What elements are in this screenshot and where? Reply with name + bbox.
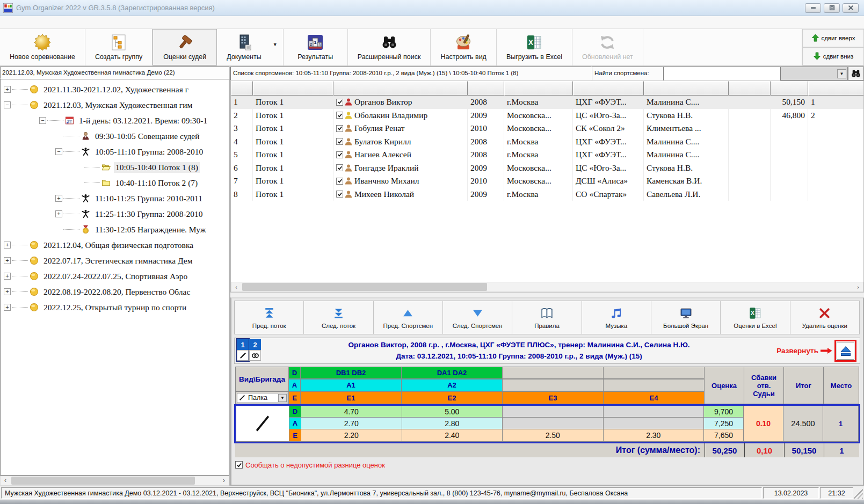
table-row[interactable]: 3 Поток 1 Гобулия Ренат 2010 Московска..… [231,122,863,135]
table-row[interactable]: 5 Поток 1 Нагиев Алексей 2008 г.Москва Ц… [231,148,863,162]
warning-checkbox[interactable] [235,461,243,469]
combo-arrow-icon[interactable]: ▼ [837,69,846,78]
table-row[interactable]: 7 Поток 1 Иванчнко Михаил 2010 Московска… [231,174,863,188]
tree-item[interactable]: 10:40-11:10 Поток 2 (7) [1,175,229,191]
table-row[interactable]: 6 Поток 1 Гонгадзе Ираклий 2009 Московск… [231,162,863,175]
find-athlete-input[interactable] [663,67,780,81]
toolbar-button[interactable]: ▼ Документы [217,29,283,65]
column-header[interactable] [504,81,573,96]
tree-item[interactable]: − 1-й день: 03.12.2021. Время: 09:30-1 [1,113,229,128]
tree-item[interactable]: 11:30-12:05 Награждение. Муж [1,222,229,237]
athlete-checkbox[interactable] [336,178,343,185]
score-value[interactable] [503,418,604,429]
tree-expander[interactable]: + [4,304,11,311]
tree-item[interactable]: − 10:05-11:10 Группа: 2008-2010 [1,144,229,159]
tree-expander[interactable]: + [4,288,11,295]
column-header[interactable] [468,81,504,96]
maximize-button[interactable] [824,3,840,13]
tree-item[interactable]: + 2022.08.19-2022.08.20, Первенство Обла… [1,284,229,300]
table-horizontal-scrollbar[interactable]: ‹ › [231,282,863,292]
tree-expander[interactable]: + [4,86,11,93]
column-header[interactable] [253,81,333,96]
toolbar-button[interactable]: ▼ Настроить вид [431,29,496,65]
athlete-checkbox[interactable] [336,151,343,158]
tree-expander[interactable]: + [4,257,11,264]
shift-button[interactable]: сдвиг вниз [802,47,864,65]
scroll-right-icon[interactable]: › [219,476,229,485]
shift-button[interactable]: сдвиг вверх [802,29,864,47]
dropdown-arrow-icon[interactable]: ▼ [273,42,278,47]
slash-icon[interactable] [237,350,249,361]
minimize-button[interactable] [805,3,821,13]
tree-expander[interactable]: + [4,273,11,280]
panel-button[interactable]: Пред. поток [235,301,304,334]
athlete-checkbox[interactable] [336,99,343,106]
menu-item[interactable] [28,21,40,24]
resize-grip[interactable] [854,487,863,499]
tree-expander[interactable]: + [55,195,62,202]
score-value[interactable]: 2.80 [402,418,503,429]
scroll-left-icon[interactable]: ‹ [1,476,10,485]
tree-item[interactable]: 09:30-10:05 Совещание судей [1,128,229,144]
scroll-left-icon[interactable]: ‹ [231,282,241,291]
scroll-thumb[interactable] [11,477,195,485]
panel-button[interactable]: Пред. Спортсмен [374,301,443,334]
tree-expander[interactable]: + [55,210,62,217]
panel-button[interactable]: След. Спортсмен [443,301,512,334]
toolbar-button[interactable]: 123 ▼ Результаты [284,29,348,65]
panel-button[interactable]: Удалить оценки [790,301,860,334]
athlete-checkbox[interactable] [336,112,343,119]
panel-button[interactable]: Правила [512,301,582,334]
menu-item[interactable] [4,21,16,24]
toolbar-button[interactable]: ▼ Оценки судей [153,29,217,65]
expand-button[interactable] [837,342,854,360]
column-header[interactable] [808,81,863,96]
score-value[interactable]: 4.70 [301,406,402,418]
tree-item[interactable]: + 2021.11.30-2021.12.02, Художественная … [1,82,229,97]
athlete-filter-dropdown[interactable]: ▼ [780,67,848,81]
panel-button[interactable]: X Оценки в Excel [721,301,790,334]
score-value[interactable]: 2.20 [301,429,402,442]
toolbar-button[interactable]: ▼ Расширенный поиск [348,29,431,65]
tree-item[interactable]: + 2022.07.17, Эстетическая гимнастика Де… [1,253,229,268]
apparatus-select[interactable]: Палка ▼ [237,393,287,403]
athlete-checkbox[interactable] [336,138,343,145]
tree-expander[interactable]: − [39,117,46,124]
tree-expander[interactable]: + [4,242,11,249]
toolbar-button[interactable]: ▼ Обновлений нет [572,29,643,65]
score-value[interactable]: 2.40 [402,429,503,442]
scroll-thumb[interactable] [242,283,487,291]
apparatus-tab[interactable]: 1 [237,339,249,361]
athlete-checkbox[interactable] [336,164,343,171]
toolbar-button[interactable]: ▼ Создать группу [85,29,153,65]
menu-item[interactable] [40,21,52,24]
table-row[interactable]: 8 Поток 1 Михеев Николай 2009 г.Москва С… [231,188,863,201]
apparatus-dropdown-icon[interactable]: ▼ [278,394,287,402]
score-value[interactable] [604,418,705,429]
column-header[interactable] [644,81,729,96]
score-value[interactable]: 2.50 [503,429,604,442]
table-row[interactable]: 2 Поток 1 Оболакин Владимир 2009 Московс… [231,109,863,122]
athlete-checkbox[interactable] [336,125,343,132]
panel-button[interactable]: Музыка [582,301,651,334]
menu-item[interactable] [52,21,63,24]
score-value[interactable]: 5.00 [402,406,503,418]
column-header[interactable] [573,81,644,96]
tree-item[interactable]: + 2021.12.04, Общая физическая подготовк… [1,237,229,253]
column-header[interactable] [333,81,468,96]
column-header[interactable] [729,81,771,96]
panel-button[interactable]: Большой Экран [651,301,721,334]
toolbar-button[interactable]: ▼ Новое соревнование [0,29,85,65]
toolbar-button[interactable]: X ▼ Выгрузить в Excel [497,29,572,65]
tree-expander[interactable]: − [55,148,62,155]
close-button[interactable] [843,3,859,13]
score-value[interactable] [503,406,604,418]
column-header[interactable] [771,81,808,96]
column-header[interactable] [231,81,253,96]
panel-button[interactable]: След. поток [304,301,373,334]
menu-item[interactable] [16,21,28,24]
scroll-right-icon[interactable]: › [853,282,863,291]
score-value[interactable]: 2.30 [604,429,705,442]
tree-item[interactable]: + 2022.12.25, Открытый турнир по спорти [1,300,229,315]
tree-item[interactable]: + 2022.07.24-2022.07.25, Спортивная Аэро [1,268,229,284]
